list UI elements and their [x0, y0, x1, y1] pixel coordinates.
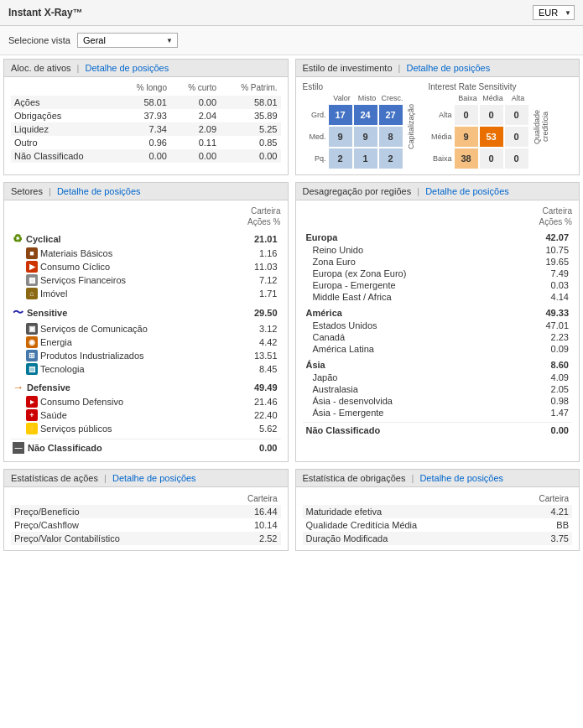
region-sub-row: Ásia - desenvolvida0.98	[303, 395, 573, 407]
region-sub-row: América Latina0.09	[303, 343, 573, 355]
irs-matrix-cell: 0	[479, 104, 504, 126]
irs-matrix-cell: 0	[504, 126, 529, 148]
aloc-ativos-table: % longo % curto % Patrim. Ações 58.01 0.…	[11, 82, 281, 163]
region-sub-row: Europa - Emergente0.03	[303, 279, 573, 291]
sector-not-classified: —Não Classificado0.00	[11, 439, 281, 456]
col-patrim: % Patrim.	[220, 82, 280, 96]
regioes-title: Desagregação por regiões	[303, 186, 412, 196]
currency-select[interactable]: EUR USD GBP	[533, 5, 575, 20]
regioes-link[interactable]: Detalhe de posições	[425, 186, 509, 196]
matrix-cell: 8	[378, 126, 403, 148]
irs-matrix-cell: 38	[454, 148, 479, 169]
estat-obr-header: Estatística de obrigações | Detalhe de p…	[296, 470, 580, 487]
matrix-cell: 1	[353, 148, 378, 169]
icon-cons-cicl: ▶	[26, 261, 38, 273]
icon-saude: +	[26, 409, 38, 421]
irs-title: Interest Rate Sensitivity	[429, 82, 549, 91]
regioes-header: Desagregação por regiões | Detalhe de po…	[296, 183, 580, 200]
aloc-ativos-link[interactable]: Detalhe de posições	[86, 63, 169, 73]
estat-obr-content: Carteira Maturidade efetiva4.21Qualidade…	[296, 487, 580, 550]
sector-sub-row: +Saúde22.40	[11, 408, 281, 422]
estilo-label: Estilo	[303, 82, 415, 91]
icon-cons-def: ▸	[26, 396, 38, 408]
aloc-ativos-title: Aloc. de ativos	[11, 63, 71, 73]
table-row: Obrigações 37.93 2.04 35.89	[11, 109, 281, 122]
aloc-ativos-panel: Aloc. de ativos | Detalhe de posições % …	[3, 59, 289, 175]
col-longo: % longo	[118, 82, 170, 96]
view-select[interactable]: Geral Detalhado	[77, 33, 178, 48]
estatistica-obrigacoes-panel: Estatística de obrigações | Detalhe de p…	[295, 469, 580, 551]
icon-serv-fin: ▦	[26, 274, 38, 286]
table-row: Duração Modificada3.75	[303, 532, 573, 545]
sector-sub-row: ⌂Imóvel1.71	[11, 287, 281, 300]
icon-mat: ■	[26, 247, 38, 259]
region-section: América49.33Estados Unidos47.01Canadá2.2…	[303, 306, 573, 355]
main-grid: Aloc. de ativos | Detalhe de posições % …	[0, 55, 583, 554]
icon-sensitive: 〜	[13, 305, 23, 320]
sector-sub-row: ◉Energia4.42	[11, 335, 281, 349]
view-select-wrapper[interactable]: Geral Detalhado	[77, 33, 178, 48]
icon-nc: —	[13, 442, 24, 454]
sector-group: 〜Sensitive29.50▣Serviços de Comunicação3…	[11, 304, 281, 376]
icon-cyclical: ♻	[13, 232, 23, 245]
irs-matrix-cell: 0	[479, 148, 504, 169]
irs-vert-label: Qualidade creditícia	[533, 94, 549, 159]
table-row: Preço/Benefício16.44	[11, 505, 281, 518]
currency-selector[interactable]: EUR USD GBP	[533, 5, 575, 20]
estilo-vert-label: Capitalização	[407, 94, 415, 159]
region-sub-row: Ásia - Emergente1.47	[303, 407, 573, 419]
table-row: Ações 58.01 0.00 58.01	[11, 96, 281, 109]
matrix-cell: 2	[328, 148, 353, 169]
region-sub-row: Australasia2.05	[303, 383, 573, 395]
table-row: Preço/Valor Contabilístico2.52	[11, 532, 281, 545]
estat-obr-table: Carteira Maturidade efetiva4.21Qualidade…	[303, 492, 573, 545]
matrix-cell: 9	[353, 126, 378, 148]
estilo-link[interactable]: Detalhe de posições	[406, 63, 490, 73]
table-row: Qualidade Creditícia MédiaBB	[303, 518, 573, 532]
icon-tec: ▤	[26, 363, 38, 375]
setores-content: CarteiraAções % ♻Cyclical21.01■Materiais…	[4, 200, 288, 461]
region-sub-row: Reino Unido10.75	[303, 244, 573, 256]
irs-matrix-cell: 9	[454, 126, 479, 148]
icon-serv-pub: ⚡	[26, 423, 38, 434]
estat-obr-link[interactable]: Detalhe de posições	[419, 473, 503, 483]
sector-group: ♻Cyclical21.01■Materiais Básicos1.16▶Con…	[11, 231, 281, 300]
setores-title: Setores	[11, 186, 43, 196]
region-sub-row: Middle East / Africa4.14	[303, 291, 573, 303]
estat-acoes-link[interactable]: Detalhe de posições	[112, 473, 196, 483]
setores-panel: Setores | Detalhe de posições CarteiraAç…	[3, 182, 289, 462]
aloc-ativos-header: Aloc. de ativos | Detalhe de posições	[4, 60, 288, 77]
sector-sub-row: ▤Tecnologia8.45	[11, 362, 281, 376]
sector-main-row: →Defensive49.49	[11, 379, 281, 395]
view-selector-bar: Selecione vista Geral Detalhado	[0, 26, 583, 55]
irs-matrix-cell: 0	[504, 148, 529, 169]
matrix-cell: 2	[378, 148, 403, 169]
col-curto: % curto	[170, 82, 220, 96]
estat-obr-col: Carteira	[508, 492, 572, 505]
sector-group: →Defensive49.49▸Consumo Defensivo21.46+S…	[11, 379, 281, 435]
region-sub-row: Japão4.09	[303, 372, 573, 383]
app-title: Instant X-Ray™	[8, 7, 83, 18]
icon-prod-ind: ⊞	[26, 350, 38, 361]
estat-acoes-table: Carteira Preço/Benefício16.44Preço/Cashf…	[11, 492, 281, 545]
sector-sub-row: ▣Serviços de Comunicação3.12	[11, 322, 281, 335]
region-not-classified: Não Classificado0.00	[303, 422, 573, 438]
matrix-cell: 17	[328, 104, 353, 126]
view-selector-label: Selecione vista	[8, 35, 70, 45]
setores-link[interactable]: Detalhe de posições	[57, 186, 141, 196]
estatisticas-acoes-panel: Estatísticas de ações | Detalhe de posiç…	[3, 469, 289, 551]
region-sub-row: Europa (ex Zona Euro)7.49	[303, 268, 573, 279]
table-row: Preço/Cashflow10.14	[11, 518, 281, 532]
regioes-content: CarteiraAções % Europa42.07Reino Unido10…	[296, 200, 580, 443]
estat-acoes-col: Carteira	[214, 492, 280, 505]
table-row: Liquidez 7.34 2.09 5.25	[11, 122, 281, 136]
sector-sub-row: ■Materiais Básicos1.16	[11, 247, 281, 260]
setores-header: Setores | Detalhe de posições	[4, 183, 288, 200]
sector-main-row: 〜Sensitive29.50	[11, 304, 281, 322]
estilo-header: Estilo de investimento | Detalhe de posi…	[296, 60, 580, 77]
matrix-cell: 9	[328, 126, 353, 148]
app-header: Instant X-Ray™ EUR USD GBP	[0, 0, 583, 26]
icon-serv-com: ▣	[26, 323, 38, 335]
icon-defensive: →	[13, 381, 23, 393]
irs-matrix-cell: 0	[504, 104, 529, 126]
